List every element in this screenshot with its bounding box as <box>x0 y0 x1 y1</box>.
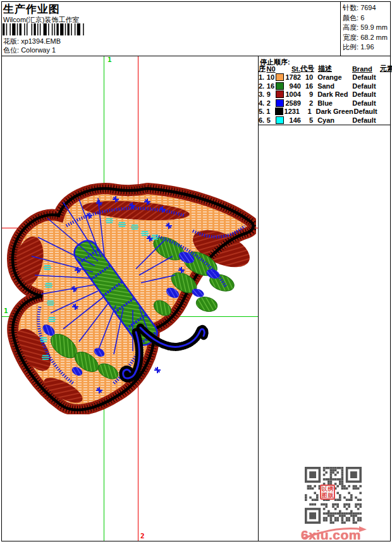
cell-no: 3. <box>259 90 267 98</box>
cell-brand: Default <box>351 99 379 107</box>
cell-brand: Default <box>351 90 379 98</box>
table-row: 1.10178210OrangeDefault <box>259 73 390 82</box>
cell-n0: 10 <box>267 73 276 81</box>
cell-code: 5 <box>301 116 313 124</box>
cell-n0: 5 <box>267 116 276 124</box>
colorway-label: 色位: <box>3 46 19 54</box>
swatch-cell <box>276 116 286 124</box>
color-swatch <box>276 99 284 107</box>
table-bottom-border <box>258 125 390 125</box>
start-marker-top: 1 <box>107 57 112 63</box>
header-separator <box>1 56 390 56</box>
col-n0: N0 <box>267 65 276 73</box>
swatch-cell <box>275 108 285 115</box>
table-row: 3.910049Dark RedDefault <box>259 90 390 99</box>
col-element: 元素 <box>379 64 390 73</box>
cell-st: 1782 <box>285 73 301 81</box>
color-swatch <box>276 116 284 124</box>
production-worksheet: 生产作业图 Wilcom(汇京)装饰工作室 花版: xp1394.EMB 色位:… <box>0 0 392 544</box>
watermark: 6xiu.com <box>298 522 374 544</box>
design-scale: 1.96 <box>360 43 374 51</box>
col-code: 代号 <box>300 64 314 73</box>
stitch-count: 7694 <box>360 4 376 11</box>
swatch-cell <box>276 73 286 81</box>
cell-desc: Blue <box>313 99 351 107</box>
cell-desc: Orange <box>313 73 351 81</box>
design-scale-row: 比例: 1.96 <box>343 42 388 53</box>
cell-code: 9 <box>301 90 313 98</box>
design-width-row: 宽度: 68.2 mm <box>343 33 388 43</box>
col-brand: Brand <box>351 65 379 73</box>
table-row: 5.112311Dark GreenDefault <box>259 108 390 116</box>
pattern-file-label: 花版: <box>3 37 19 45</box>
table-row: 2.1694016SandDefault <box>259 82 390 90</box>
cell-n0: 2 <box>267 99 276 107</box>
cell-no: 1. <box>259 73 267 81</box>
page-title: 生产作业图 <box>3 2 60 16</box>
cell-code: 1 <box>300 108 312 115</box>
design-height: 59.9 mm <box>360 23 388 31</box>
cell-st: 1004 <box>285 90 301 98</box>
swatch-cell <box>276 82 286 90</box>
col-seq: 序 <box>259 64 267 73</box>
end-marker-bottom: 2 <box>140 533 145 540</box>
cell-st: 146 <box>285 116 301 124</box>
design-height-row: 高度: 59.9 mm <box>343 23 388 33</box>
stitch-count-row: 针数: 7694 <box>343 3 388 13</box>
cell-desc: Dark Red <box>313 90 351 98</box>
colorway-row: 色位: Colorway 1 <box>3 46 56 55</box>
panel-divider <box>258 56 259 541</box>
col-desc: 描述 <box>314 64 351 73</box>
pattern-file-value: xp1394.EMB <box>21 37 61 45</box>
cell-brand: Default <box>351 73 379 81</box>
cell-st: 2589 <box>285 99 301 107</box>
cell-code: 2 <box>301 99 313 107</box>
color-count: 6 <box>360 14 364 22</box>
color-swatch <box>276 82 284 90</box>
color-count-row: 颜色: 6 <box>343 13 388 23</box>
watermark-text: 6xiu.com <box>301 528 361 543</box>
cell-n0: 1 <box>266 108 274 115</box>
cell-code: 16 <box>301 82 313 90</box>
color-swatch <box>275 108 283 115</box>
stats-divider <box>340 1 341 56</box>
antennae <box>123 328 204 378</box>
embroidery-design-butterfly <box>3 180 256 414</box>
cell-no: 6. <box>259 116 267 124</box>
color-swatch <box>276 73 284 81</box>
cell-st: 940 <box>285 82 301 90</box>
cell-no: 4. <box>259 99 267 107</box>
stop-table-header: 序 N0 St. 代号 描述 Brand 元素 <box>259 65 390 73</box>
barcode <box>3 23 85 35</box>
swatch-cell <box>276 99 286 107</box>
cell-no: 5. <box>259 108 266 115</box>
cell-brand: Default <box>351 116 379 124</box>
color-swatch <box>276 90 284 98</box>
swatch-cell <box>276 90 286 98</box>
cell-brand: Default <box>353 108 380 115</box>
cell-n0: 9 <box>267 90 276 98</box>
cell-desc: Cyan <box>313 116 351 124</box>
col-st: St. <box>285 65 300 73</box>
cell-n0: 16 <box>267 82 276 90</box>
design-width: 68.2 mm <box>360 34 388 41</box>
cell-desc: Sand <box>313 82 351 90</box>
cell-st: 1231 <box>285 108 300 115</box>
cell-brand: Default <box>351 82 379 90</box>
table-row: 6.51465CyanDefault <box>259 116 390 124</box>
cell-code: 10 <box>301 73 313 81</box>
cell-no: 2. <box>259 82 267 90</box>
colorway-value: Colorway 1 <box>21 46 56 54</box>
cell-desc: Dark Green <box>312 108 353 115</box>
pattern-file-row: 花版: xp1394.EMB <box>3 37 61 46</box>
stats-box: 针数: 7694 颜色: 6 高度: 59.9 mm 宽度: 68.2 mm 比… <box>343 3 388 53</box>
table-row: 4.225892BlueDefault <box>259 99 390 107</box>
red-seal: 以 绣 图 版 <box>320 485 335 500</box>
